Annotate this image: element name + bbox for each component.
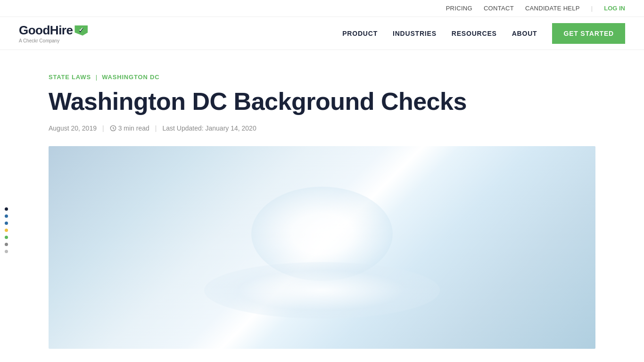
login-link[interactable]: LOG IN xyxy=(604,5,625,12)
toc-sidebar xyxy=(5,207,8,253)
nav-product[interactable]: PRODUCT xyxy=(342,30,378,37)
hero-glow-bottom xyxy=(204,262,440,319)
read-time: 3 min read xyxy=(110,124,149,132)
candidate-help-link[interactable]: CANDIDATE HELP xyxy=(525,5,580,12)
toc-dot-3 xyxy=(5,222,8,225)
breadcrumb-washington-dc[interactable]: WASHINGTON DC xyxy=(102,74,159,81)
check-symbol: ✓ xyxy=(78,26,84,35)
nav-about[interactable]: ABOUT xyxy=(512,30,537,37)
logo-name: GoodHire xyxy=(19,23,73,38)
page-title: Washington DC Background Checks xyxy=(49,88,595,115)
logo-icon: ✓ xyxy=(74,25,88,36)
dot-indicator xyxy=(5,236,8,239)
nav-links: PRODUCT INDUSTRIES RESOURCES ABOUT GET S… xyxy=(342,23,625,44)
article-meta: August 20, 2019 | 3 min read | Last Upda… xyxy=(49,124,595,132)
nav-divider: | xyxy=(591,5,593,12)
clock-icon xyxy=(110,125,116,132)
toc-dot-6 xyxy=(5,243,8,246)
article-date: August 20, 2019 xyxy=(49,124,97,132)
breadcrumb-state-laws[interactable]: STATE LAWS xyxy=(49,74,91,81)
toc-dot-7 xyxy=(5,250,8,253)
breadcrumb: STATE LAWS | WASHINGTON DC xyxy=(49,74,595,81)
dot-indicator xyxy=(5,243,8,246)
dot-indicator xyxy=(5,207,8,211)
read-time-text: 3 min read xyxy=(118,124,149,132)
get-started-button[interactable]: GET STARTED xyxy=(552,23,625,44)
breadcrumb-separator: | xyxy=(96,74,97,81)
nav-industries[interactable]: INDUSTRIES xyxy=(393,30,437,37)
toc-dot-5 xyxy=(5,236,8,239)
toc-dot-4 xyxy=(5,229,8,232)
meta-separator-1: | xyxy=(102,124,104,132)
logo-text: GoodHire ✓ xyxy=(19,23,88,38)
main-nav: GoodHire ✓ A Checkr Company PRODUCT INDU… xyxy=(0,17,644,50)
dot-indicator xyxy=(5,222,8,225)
contact-link[interactable]: CONTACT xyxy=(484,5,514,12)
meta-separator-2: | xyxy=(155,124,157,132)
dot-indicator xyxy=(5,214,8,218)
nav-resources[interactable]: RESOURCES xyxy=(452,30,497,37)
last-updated: Last Updated: January 14, 2020 xyxy=(162,124,256,132)
toc-dot-1 xyxy=(5,207,8,211)
top-utility-bar: PRICING CONTACT CANDIDATE HELP | LOG IN xyxy=(0,0,644,17)
dot-indicator xyxy=(5,250,8,253)
content-area: STATE LAWS | WASHINGTON DC Washington DC… xyxy=(30,50,614,349)
pricing-link[interactable]: PRICING xyxy=(446,5,472,12)
logo[interactable]: GoodHire ✓ A Checkr Company xyxy=(19,23,88,43)
dot-indicator xyxy=(5,229,8,232)
hero-image xyxy=(49,146,595,349)
logo-tagline: A Checkr Company xyxy=(19,38,88,43)
toc-dot-2 xyxy=(5,214,8,218)
